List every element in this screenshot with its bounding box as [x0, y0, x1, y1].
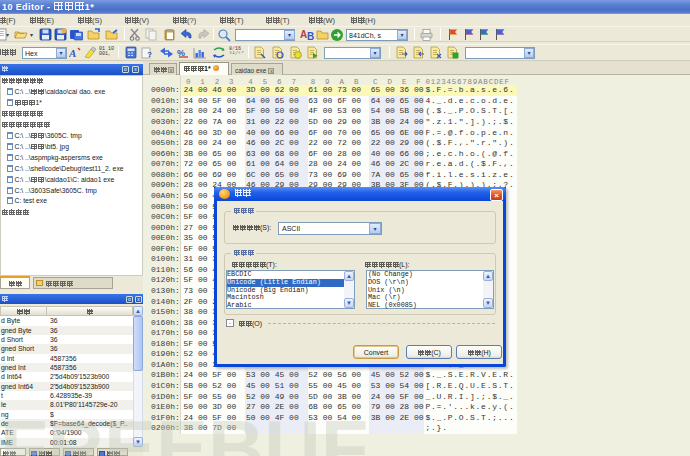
- svg-text:A: A: [69, 47, 76, 59]
- svg-text:B: B: [307, 31, 314, 41]
- svg-text:?: ?: [147, 50, 152, 59]
